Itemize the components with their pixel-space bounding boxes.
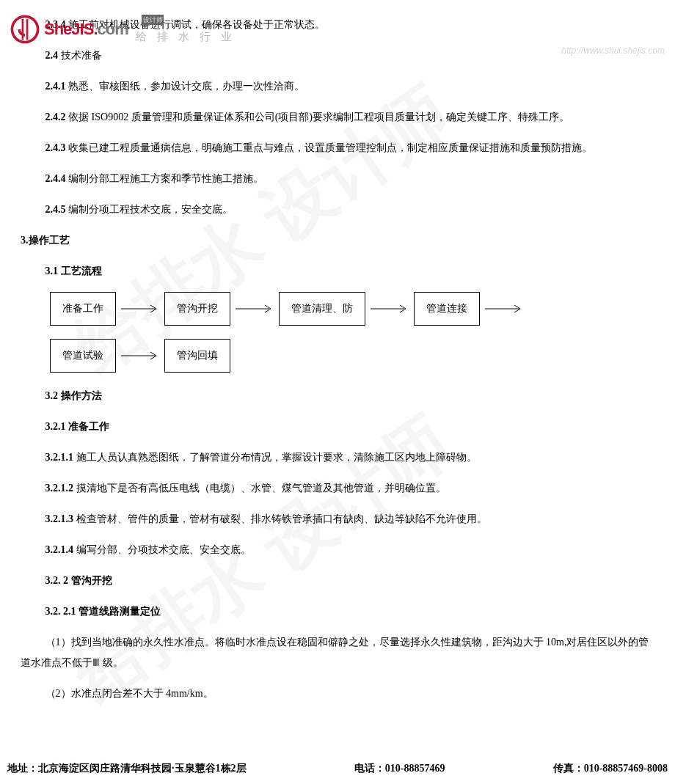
flow-box-5: 管道试验 [50, 339, 116, 373]
flow-box-3: 管道清理、防 [279, 292, 365, 326]
para-item-1: （1）找到当地准确的永久性水准点。将临时水准点设在稳固和僻静之处，尽量选择永久性… [21, 632, 654, 673]
site-header: SheJIS.com 给排水行业 [9, 13, 242, 45]
page-footer: 地址：北京海淀区闵庄路清华科技园·玉泉慧谷1栋2层 电话：010-8885746… [0, 762, 675, 775]
para-3-2-1: 3.2.1 准备工作 [21, 417, 654, 437]
para-3-2: 3.2 操作方法 [21, 386, 654, 406]
document-body: 2.3.4 施工前对机械设备进行调试，确保各设备处于正常状态。 2.4 技术准备… [21, 15, 654, 714]
arrow-icon [480, 304, 528, 314]
svg-rect-1 [26, 19, 29, 40]
para-3-2-2: 3.2. 2 管沟开挖 [21, 571, 654, 591]
flow-row-2: 管道试验 管沟回填 [50, 339, 654, 373]
para-3-2-1-3: 3.2.1.3 检查管材、管件的质量，管材有破裂、排水铸铁管承插口有缺肉、缺边等… [21, 509, 654, 530]
brand-main: SheJIS [44, 20, 93, 38]
footer-tel: 电话：010-88857469 [354, 762, 445, 775]
tagline: 给排水行业 [136, 30, 242, 44]
para-2-4-1: 2.4.1 熟悉、审核图纸，参加设计交底，办理一次性洽商。 [21, 76, 654, 97]
brand-com: com [98, 20, 128, 38]
para-3-1: 3.1 工艺流程 [21, 261, 654, 282]
arrow-icon [365, 304, 414, 314]
para-item-2: （2）水准点闭合差不大于 4mm/km。 [21, 684, 654, 704]
footer-fax: 传真：010-88857469-8008 [553, 762, 668, 775]
para-2-4-5: 2.4.5 编制分项工程技术交底，安全交底。 [21, 199, 654, 220]
arrow-icon [230, 304, 279, 314]
para-3-2-1-1: 3.2.1.1 施工人员认真熟悉图纸，了解管道分布情况，掌握设计要求，清除施工区… [21, 447, 654, 468]
footer-address: 地址：北京海淀区闵庄路清华科技园·玉泉慧谷1栋2层 [7, 762, 247, 775]
flow-row-1: 准备工作 管沟开挖 管道清理、防 管道连接 [50, 292, 654, 326]
flow-box-1: 准备工作 [50, 292, 116, 326]
para-2-4-2: 2.4.2 依据 ISO9002 质量管理和质量保证体系和公司(项目部)要求编制… [21, 107, 654, 128]
para-2-4-4: 2.4.4 编制分部工程施工方案和季节性施工措施。 [21, 169, 654, 189]
svg-rect-0 [22, 19, 24, 40]
flow-box-6: 管沟回填 [164, 339, 230, 373]
flow-box-4: 管道连接 [414, 292, 480, 326]
para-2-4: 2.4 技术准备 [21, 45, 654, 66]
flow-box-2: 管沟开挖 [164, 292, 230, 326]
para-2-4-3: 2.4.3 收集已建工程质量通病信息，明确施工重点与难点，设置质量管理控制点，制… [21, 138, 654, 158]
logo-icon [9, 13, 41, 45]
flow-chart: 准备工作 管沟开挖 管道清理、防 管道连接 管道试验 管沟回填 [50, 292, 654, 373]
logo-badge: 设计师 [142, 15, 164, 25]
logo-text: SheJIS.com [44, 21, 128, 37]
para-3-2-1-4: 3.2.1.4 编写分部、分项技术交底、安全交底。 [21, 540, 654, 560]
heading-3: 3.操作工艺 [21, 230, 654, 251]
para-3-2-2-1: 3.2. 2.1 管道线路测量定位 [21, 601, 654, 622]
arrow-icon [116, 351, 164, 361]
arrow-icon [116, 304, 164, 314]
para-3-2-1-2: 3.2.1.2 摸清地下是否有高低压电线（电缆）、水管、煤气管道及其他管道，并明… [21, 478, 654, 499]
